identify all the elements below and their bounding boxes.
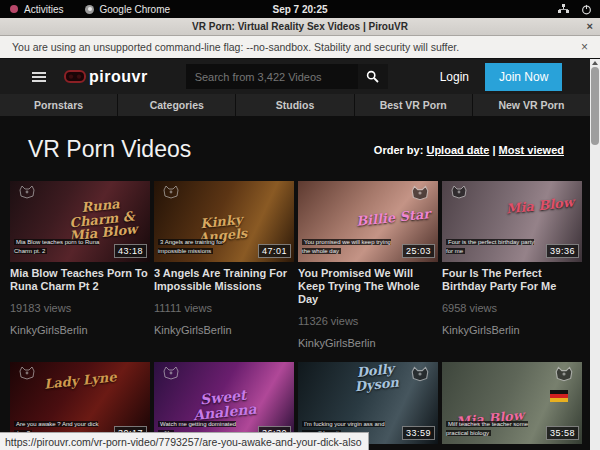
- thumbnail-overlay-title: Lady Lyne: [43, 370, 117, 391]
- window-close-button[interactable]: ×: [587, 20, 593, 32]
- video-views: 19183 views: [10, 302, 150, 314]
- site-logo[interactable]: pirouvr: [64, 68, 148, 86]
- video-thumbnail[interactable]: Billie Star You promised we will keep tr…: [298, 181, 438, 262]
- join-now-button[interactable]: Join Now: [485, 63, 562, 91]
- video-card[interactable]: Billie Star You promised we will keep tr…: [298, 181, 438, 349]
- menu-hamburger-icon[interactable]: [32, 70, 46, 84]
- power-icon[interactable]: [581, 4, 592, 15]
- order-by-most-viewed-link[interactable]: Most viewed: [499, 144, 564, 156]
- video-grid: Runa Charm & Mia Blow Mia Blow teaches p…: [10, 181, 586, 450]
- video-title[interactable]: Four Is The Perfect Birthday Party For M…: [442, 267, 582, 293]
- video-thumbnail[interactable]: Mia Blow Four is the perfect birthday pa…: [442, 181, 582, 262]
- video-card[interactable]: Mia Blow Four is the perfect birthday pa…: [442, 181, 582, 349]
- page-header: VR Porn Videos Order by: Upload date | M…: [0, 116, 590, 181]
- network-icon[interactable]: [558, 4, 569, 14]
- screen: Activities Google Chrome Sep 7 20:25 VR …: [0, 0, 600, 450]
- video-studio-link[interactable]: KinkyGirlsBerlin: [10, 324, 150, 336]
- thumbnail-caption: Milf teaches the teacher some practical …: [446, 420, 538, 438]
- video-studio-link[interactable]: KinkyGirlsBerlin: [154, 324, 294, 336]
- video-studio-link[interactable]: KinkyGirlsBerlin: [442, 324, 582, 336]
- scrollbar-thumb[interactable]: [591, 67, 599, 145]
- nav-item-categories[interactable]: Categories: [118, 94, 236, 116]
- thumbnail-caption: Four is the perfect birthday party for m…: [446, 238, 538, 256]
- nav-item-best-vr-porn[interactable]: Best VR Porn: [355, 94, 473, 116]
- thumbnail-caption: Mia Blow teaches porn to Runa Charm pt. …: [14, 238, 106, 256]
- video-title[interactable]: You Promised We Will Keep Trying The Who…: [298, 267, 438, 306]
- thumbnail-caption: You promised we will keep trying the who…: [302, 238, 394, 256]
- video-card[interactable]: Mia Blow Milf teaches the teacher some p…: [442, 362, 582, 450]
- thumbnail-caption: 3 Angels are training for impossible mis…: [158, 238, 250, 256]
- video-duration-badge: 33:59: [402, 426, 435, 440]
- nav-item-pornstars[interactable]: Pornstars: [0, 94, 118, 116]
- video-duration-badge: 47:01: [258, 244, 291, 258]
- warning-text: You are using an unsupported command-lin…: [12, 41, 459, 53]
- german-flag-icon: [550, 390, 568, 402]
- scrollbar[interactable]: [590, 59, 600, 450]
- thumbnail-overlay-title: Runa Charm & Mia Blow: [60, 195, 144, 244]
- vr-goggles-icon: [64, 70, 86, 84]
- warning-close-button[interactable]: ×: [581, 40, 588, 54]
- main-nav: Pornstars Categories Studios Best VR Por…: [0, 94, 590, 116]
- warning-bar: You are using an unsupported command-lin…: [0, 36, 600, 59]
- thumbnail-overlay-title: Sweet Analena: [183, 386, 266, 424]
- video-views: 11326 views: [298, 315, 438, 327]
- scrollbar-up-arrow-icon[interactable]: [592, 61, 598, 65]
- video-thumbnail[interactable]: Kinky Angels 3 Angels are training for i…: [154, 181, 294, 262]
- video-card[interactable]: Kinky Angels 3 Angels are training for i…: [154, 181, 294, 349]
- order-by-label: Order by:: [374, 144, 424, 156]
- studio-mask-icon: [162, 366, 180, 384]
- page-title: VR Porn Videos: [28, 136, 191, 163]
- studio-mask-icon: [450, 185, 468, 203]
- video-title[interactable]: 3 Angels Are Training For Impossible Mis…: [154, 267, 294, 293]
- video-views: 6958 views: [442, 302, 582, 314]
- thumbnail-overlay-title: Dolly Dyson: [335, 362, 417, 395]
- video-studio-link[interactable]: KinkyGirlsBerlin: [298, 337, 438, 349]
- studio-mask-icon: [18, 366, 36, 384]
- video-duration-badge: 43:18: [114, 244, 147, 258]
- browser-viewport: pirouvr Login Join Now Pornstars Categor…: [0, 59, 600, 450]
- login-link[interactable]: Login: [440, 70, 469, 84]
- window-title-bar: VR Porn: Virtual Reality Sex Videos | Pi…: [0, 18, 600, 36]
- search-input[interactable]: [186, 64, 358, 89]
- status-url-tooltip: https://pirouvr.com/vr-porn-video/779325…: [0, 432, 369, 450]
- search-button[interactable]: [358, 64, 388, 89]
- video-thumbnail[interactable]: Mia Blow Milf teaches the teacher some p…: [442, 362, 582, 444]
- studio-mask-icon: [554, 366, 574, 386]
- search-icon: [366, 70, 379, 83]
- video-card[interactable]: Runa Charm & Mia Blow Mia Blow teaches p…: [10, 181, 150, 349]
- video-duration-badge: 25:03: [402, 244, 435, 258]
- thumbnail-overlay-title: Billie Star: [355, 207, 430, 228]
- studio-mask-icon: [18, 185, 36, 203]
- site-header: pirouvr Login Join Now: [0, 59, 590, 94]
- video-title[interactable]: Mia Blow Teaches Porn To Runa Charm Pt 2: [10, 267, 150, 293]
- system-top-bar: Activities Google Chrome Sep 7 20:25: [0, 0, 600, 18]
- video-duration-badge: 35:58: [546, 426, 579, 440]
- order-by-controls: Order by: Upload date | Most viewed: [374, 144, 564, 156]
- video-thumbnail[interactable]: Runa Charm & Mia Blow Mia Blow teaches p…: [10, 181, 150, 262]
- nav-item-new-vr-porn[interactable]: New VR Porn: [473, 94, 590, 116]
- site-logo-text: pirouvr: [89, 68, 148, 86]
- video-duration-badge: 39:36: [546, 244, 579, 258]
- clock[interactable]: Sep 7 20:25: [0, 4, 600, 15]
- nav-item-studios[interactable]: Studios: [236, 94, 354, 116]
- order-by-upload-date-link[interactable]: Upload date: [426, 144, 489, 156]
- video-views: 11111 views: [154, 302, 294, 314]
- thumbnail-overlay-title: Mia Blow: [505, 195, 574, 216]
- studio-mask-icon: [410, 185, 430, 205]
- window-title: VR Porn: Virtual Reality Sex Videos | Pi…: [192, 21, 408, 32]
- order-separator: |: [492, 144, 495, 156]
- studio-mask-icon: [162, 185, 180, 203]
